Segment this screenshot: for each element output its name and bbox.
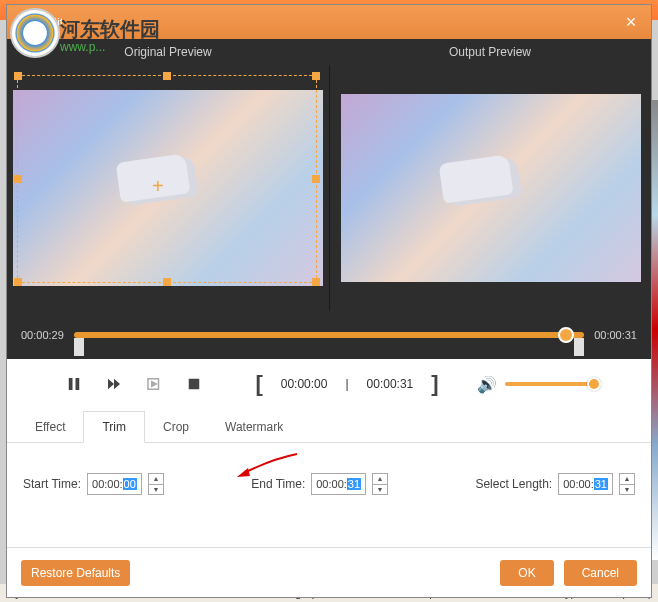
volume-knob[interactable] (587, 377, 601, 391)
preview-area: + (7, 65, 651, 311)
watermark-url: www.p... (60, 40, 105, 54)
select-length-field: Select Length: 00:00:31 ▲▼ (475, 473, 635, 495)
watermark: 河东软件园 www.p... (10, 8, 60, 62)
svg-marker-7 (237, 468, 250, 477)
original-preview-pane[interactable]: + (7, 65, 329, 311)
clip-start-time: 00:00:00 (281, 377, 328, 391)
tab-trim[interactable]: Trim (83, 411, 145, 443)
timeline-playhead[interactable] (558, 327, 574, 343)
svg-marker-3 (114, 379, 120, 390)
tab-watermark[interactable]: Watermark (207, 412, 301, 442)
edit-dialog: ◄ Edit × Original Preview Output Preview… (6, 4, 652, 598)
output-preview-label: Output Preview (329, 39, 651, 65)
watermark-logo-icon (10, 8, 60, 58)
spinner-up-icon[interactable]: ▲ (149, 474, 163, 484)
annotation-arrow (232, 449, 302, 482)
time-divider: | (345, 377, 348, 391)
spinner-down-icon[interactable]: ▼ (373, 484, 387, 495)
start-time-input[interactable]: 00:00:00 (87, 473, 142, 495)
spinner-up-icon[interactable]: ▲ (373, 474, 387, 484)
output-preview-pane (329, 65, 651, 311)
output-thumbnail (341, 94, 641, 282)
svg-marker-5 (152, 382, 157, 387)
stop-button[interactable] (183, 373, 205, 395)
volume-slider[interactable] (505, 382, 595, 386)
clip-end-time: 00:00:31 (367, 377, 414, 391)
timeline: 00:00:29 00:00:31 (7, 311, 651, 359)
step-button[interactable] (143, 373, 165, 395)
svg-rect-0 (69, 378, 73, 390)
end-time-spinner[interactable]: ▲▼ (372, 473, 388, 495)
trim-end-marker[interactable] (574, 338, 584, 356)
tabs: Effect Trim Crop Watermark (7, 409, 651, 443)
tab-crop[interactable]: Crop (145, 412, 207, 442)
start-time-field: Start Time: 00:00:00 ▲▼ (23, 473, 164, 495)
volume-icon[interactable]: 🔊 (477, 375, 497, 394)
set-end-bracket[interactable]: ] (431, 371, 438, 397)
timeline-track[interactable] (74, 332, 584, 338)
end-time-input[interactable]: 00:00:31 (311, 473, 366, 495)
select-length-label: Select Length: (475, 477, 552, 491)
pause-button[interactable] (63, 373, 85, 395)
ok-button[interactable]: OK (500, 560, 553, 586)
close-icon[interactable]: × (621, 12, 641, 32)
dialog-buttons: Restore Defaults OK Cancel (7, 547, 651, 597)
trim-start-marker[interactable] (74, 338, 84, 356)
svg-marker-2 (108, 379, 114, 390)
playback-controls: [ 00:00:00 | 00:00:31 ] 🔊 (7, 359, 651, 409)
select-length-spinner[interactable]: ▲▼ (619, 473, 635, 495)
cancel-button[interactable]: Cancel (564, 560, 637, 586)
fast-forward-button[interactable] (103, 373, 125, 395)
spinner-up-icon[interactable]: ▲ (620, 474, 634, 484)
spinner-down-icon[interactable]: ▼ (149, 484, 163, 495)
timeline-total-time: 00:00:31 (594, 329, 637, 341)
svg-rect-6 (189, 379, 200, 390)
start-time-label: Start Time: (23, 477, 81, 491)
svg-rect-1 (76, 378, 80, 390)
start-time-spinner[interactable]: ▲▼ (148, 473, 164, 495)
trim-panel: Start Time: 00:00:00 ▲▼ End Time: 00:00:… (7, 443, 651, 547)
spinner-down-icon[interactable]: ▼ (620, 484, 634, 495)
set-start-bracket[interactable]: [ (255, 371, 262, 397)
restore-defaults-button[interactable]: Restore Defaults (21, 560, 130, 586)
original-thumbnail (13, 90, 323, 286)
select-length-input[interactable]: 00:00:31 (558, 473, 613, 495)
timeline-current-time: 00:00:29 (21, 329, 64, 341)
watermark-text: 河东软件园 (60, 16, 160, 43)
tab-effect[interactable]: Effect (17, 412, 83, 442)
